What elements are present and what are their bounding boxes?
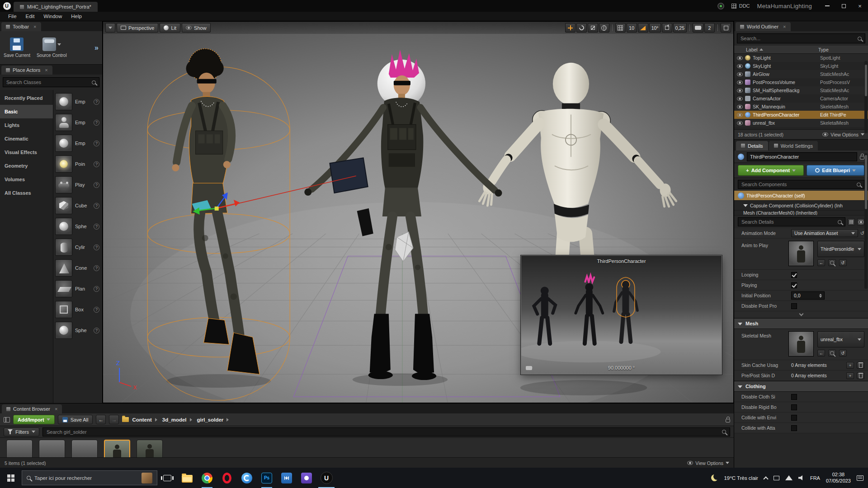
- document-tab[interactable]: MHC_LightingPreset_Portra*: [14, 2, 98, 12]
- asset-thumbnail[interactable]: [137, 440, 163, 457]
- column-header-label[interactable]: Label: [746, 47, 818, 52]
- launcher-status-icon[interactable]: [717, 3, 724, 9]
- delete-icon[interactable]: [857, 362, 864, 369]
- column-header-type[interactable]: Type: [818, 47, 865, 52]
- breadcrumb-content[interactable]: Content: [132, 417, 151, 422]
- visibility-eye-icon[interactable]: [737, 64, 743, 68]
- reset-asset-icon[interactable]: ↺: [839, 350, 847, 357]
- collide-environment-checkbox[interactable]: [791, 415, 797, 421]
- looping-checkbox[interactable]: [791, 272, 797, 278]
- menu-edit[interactable]: Edit: [21, 13, 39, 20]
- component-row-self[interactable]: ThirdPersonCharacter (self): [734, 191, 868, 201]
- component-row-mesh[interactable]: Mesh (CharacterMesh0) (Inherited): [734, 211, 868, 216]
- ddc-status[interactable]: DDC: [731, 3, 750, 9]
- visibility-eye-icon[interactable]: [737, 105, 743, 109]
- animation-preview-window[interactable]: ThirdPersonCharacter 90.000000 °: [521, 255, 722, 375]
- asset-thumbnail[interactable]: [39, 440, 65, 457]
- disable-rigid-checkbox[interactable]: [791, 404, 797, 410]
- tab-world-outliner[interactable]: World Outliner ×: [736, 22, 791, 31]
- add-component-button[interactable]: + Add Component: [738, 165, 804, 176]
- category-volumes[interactable]: Volumes: [0, 173, 53, 186]
- browse-to-asset-icon[interactable]: [828, 350, 836, 357]
- taskbar-purple-tile-app[interactable]: [297, 468, 316, 488]
- outliner-row[interactable]: SkyLightSkyLight: [734, 62, 868, 70]
- category-basic[interactable]: Basic: [0, 105, 53, 118]
- playing-checkbox[interactable]: [791, 282, 797, 288]
- grid-snap-value-button[interactable]: 10: [627, 23, 637, 33]
- breadcrumb-expand-icon[interactable]: [226, 418, 231, 422]
- toolbar-expand-button[interactable]: »: [94, 44, 99, 52]
- close-button[interactable]: ×: [852, 0, 868, 12]
- tab-details[interactable]: Details: [736, 141, 768, 150]
- taskbar-photoshop[interactable]: Ps: [257, 468, 277, 488]
- category-all-classes[interactable]: All Classes: [0, 186, 53, 200]
- close-icon[interactable]: ×: [33, 24, 36, 29]
- use-selected-asset-icon[interactable]: ←: [817, 259, 825, 266]
- search-classes-input[interactable]: [6, 80, 89, 85]
- taskbar-blue-circle-app[interactable]: [237, 468, 257, 488]
- display-filter-icon[interactable]: [857, 218, 864, 225]
- scale-snap-toggle[interactable]: [662, 23, 672, 33]
- lit-button[interactable]: Lit: [160, 23, 180, 33]
- add-element-icon[interactable]: +: [846, 372, 854, 379]
- view-options-button[interactable]: View Options: [687, 460, 729, 466]
- place-actor-item[interactable]: Box?: [53, 299, 102, 320]
- tab-world-settings[interactable]: World Settings: [769, 141, 818, 150]
- forward-button[interactable]: →: [109, 415, 119, 424]
- taskbar-search[interactable]: Taper ici pour rechercher: [22, 470, 157, 485]
- maximize-button[interactable]: [835, 0, 852, 12]
- show-hidden-icons-caret[interactable]: [763, 476, 768, 481]
- visibility-eye-icon[interactable]: [737, 89, 743, 93]
- tray-monitor-icon[interactable]: [774, 476, 779, 480]
- asset-thumbnail[interactable]: [71, 440, 98, 457]
- camera-speed-button[interactable]: [693, 23, 703, 33]
- preview-camera-icon[interactable]: [526, 366, 532, 370]
- close-icon[interactable]: ×: [45, 67, 47, 73]
- back-button[interactable]: ←: [96, 415, 106, 424]
- breadcrumb-3d-model[interactable]: 3d_model: [162, 417, 187, 422]
- weather-label[interactable]: 19°C Très clair: [724, 475, 758, 481]
- visibility-eye-icon[interactable]: [737, 72, 743, 76]
- breadcrumb-girl-solder[interactable]: girl_solder: [197, 417, 224, 422]
- taskbar-chrome[interactable]: [197, 468, 217, 488]
- taskbar-unreal-engine[interactable]: U: [316, 468, 336, 488]
- clothing-section-header[interactable]: Clothing: [734, 381, 868, 392]
- start-button[interactable]: [0, 468, 22, 488]
- anim-asset-thumbnail[interactable]: [788, 241, 814, 266]
- menu-window[interactable]: Window: [39, 13, 66, 20]
- tab-content-browser[interactable]: Content Browser ×: [2, 404, 62, 413]
- reset-asset-icon[interactable]: ↺: [839, 259, 847, 266]
- outliner-row[interactable]: SK_MannequinSkeletalMesh: [734, 103, 868, 111]
- asset-thumbnail-selected[interactable]: [104, 440, 130, 457]
- skeletal-mesh-thumbnail[interactable]: [788, 331, 814, 357]
- animation-mode-dropdown[interactable]: Use Animation Asset: [791, 229, 858, 237]
- mesh-section-header[interactable]: Mesh: [734, 318, 868, 329]
- component-row-capsule[interactable]: Capsule Component (CollisionCylinder) (I…: [734, 201, 868, 211]
- edit-blueprint-button[interactable]: Edit Bluepri: [807, 165, 864, 176]
- expander-icon[interactable]: [743, 204, 748, 209]
- language-indicator[interactable]: FRA: [810, 475, 820, 481]
- scale-tool-button[interactable]: [588, 23, 598, 33]
- initial-position-field[interactable]: 0,0: [791, 291, 825, 300]
- actor-name-input[interactable]: [747, 152, 857, 161]
- anim-asset-dropdown[interactable]: ThirdPersonIdle: [817, 241, 864, 257]
- visibility-eye-icon[interactable]: [737, 121, 743, 125]
- details-scrollbar[interactable]: [864, 153, 868, 289]
- grid-snap-toggle[interactable]: [615, 23, 626, 33]
- asset-thumbnail[interactable]: [6, 440, 33, 457]
- save-current-button[interactable]: Save Current: [4, 38, 30, 58]
- angle-snap-toggle[interactable]: [638, 23, 648, 33]
- outliner-row-selected[interactable]: ThirdPersonCharacterEdit ThirdPe: [734, 111, 868, 119]
- show-button[interactable]: Show: [182, 23, 211, 33]
- taskbar-blue-tile-app[interactable]: [277, 468, 297, 488]
- save-all-button[interactable]: Save All: [58, 415, 93, 424]
- place-actor-item[interactable]: Cone?: [53, 258, 102, 278]
- perspective-button[interactable]: Perspective: [117, 23, 158, 33]
- lock-icon[interactable]: [726, 419, 730, 422]
- reset-to-default-icon[interactable]: ↺: [860, 230, 864, 236]
- scale-snap-value-button[interactable]: 0,25: [673, 23, 687, 33]
- filters-button[interactable]: Filters: [4, 427, 39, 436]
- disable-cloth-checkbox[interactable]: [791, 394, 797, 400]
- show-advanced-button[interactable]: [734, 311, 868, 318]
- browse-to-asset-icon[interactable]: [828, 259, 836, 266]
